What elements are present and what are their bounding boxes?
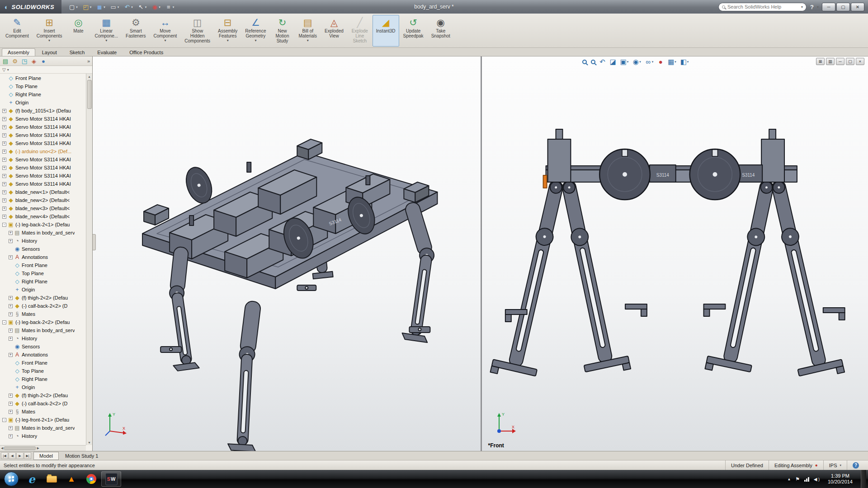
expand-icon[interactable]: + [2,150,6,154]
dropdown-caret-icon[interactable]: ▾ [164,39,166,42]
expand-icon[interactable]: + [2,190,6,194]
tree-item[interactable]: +◆Servo Motor S3114 HKAI [0,115,86,123]
dropdown-caret-icon[interactable]: ▾ [307,39,309,42]
ribbon-button-smart-fasteners[interactable]: ⚙Smart Fasteners [122,15,149,47]
tree-item[interactable]: +AAnnotations [0,351,86,359]
media-player-taskbar-button[interactable]: ▲ [61,471,81,487]
tree-item[interactable]: +▤Mates in body_ard_serv [0,229,86,237]
featuremanager-tab[interactable]: ▤ [2,57,9,65]
expand-icon[interactable]: + [9,296,13,300]
tree-item[interactable]: ◇Right Plane [0,375,86,383]
dropdown-caret-icon[interactable]: ▾ [105,39,107,42]
display-style-button[interactable]: ◉▾ [632,58,641,65]
leg-hooks[interactable] [505,304,844,322]
dropdown-caret-icon[interactable]: ▾ [90,4,92,10]
units-dropdown-icon[interactable]: ▾ [840,464,841,467]
expand-icon[interactable]: + [2,174,6,178]
expand-icon[interactable]: + [2,158,6,162]
zoom-to-area-button[interactable] [591,60,595,64]
isometric-robot-view[interactable]: S3114 [93,56,481,451]
tree-item[interactable]: ◇Right Plane [0,277,86,286]
tree-item[interactable]: -▣(-) leg-back-2<2> (Defau [0,318,86,326]
pane-split-button[interactable]: ▥ [826,58,835,65]
tree-item[interactable]: +◆(f) thigh-2<2> (Defau [0,391,86,399]
front-right-leg-pair[interactable] [705,176,844,382]
tab-sketch[interactable]: Sketch [64,48,91,56]
dropdown-caret-icon[interactable]: ▾ [104,4,105,10]
tab-layout[interactable]: Layout [36,48,63,56]
tree-item[interactable]: +◆blade_new<1> (Default< [0,188,86,196]
hide-show-items-button[interactable]: ∞▾ [645,58,654,65]
prev-tab-button[interactable]: ◀ [9,452,16,459]
expand-icon[interactable]: + [9,410,13,414]
expand-icon[interactable]: + [2,166,6,170]
view-orientation-button[interactable]: ▣▾ [620,58,629,65]
chrome-taskbar-button[interactable] [81,471,101,487]
tree-item[interactable]: ◇Front Plane [0,359,86,367]
tree-item[interactable]: ◇Front Plane [0,74,86,82]
expand-icon[interactable]: + [9,402,13,406]
search-input[interactable] [727,4,799,9]
help-icon[interactable]: ? [810,4,814,10]
scroll-down-icon[interactable]: ▼ [88,440,91,445]
tree-item[interactable]: +◔History [0,334,86,343]
dropdown-caret-icon[interactable]: ▾ [627,58,629,65]
ribbon-button-explode-line-sketch[interactable]: ╱Explode Line Sketch [348,15,372,47]
ribbon-button-new-motion-study[interactable]: ↻New Motion Study [270,15,294,47]
dropdown-caret-icon[interactable]: ▾ [48,39,50,42]
tree-item[interactable]: +◆(f) thigh-2<2> (Defau [0,294,86,302]
tree-item[interactable]: +◆Servo Motor S3114 HKAI [0,123,86,131]
show-hidden-icons-icon[interactable]: ▲ [787,477,791,481]
ribbon-button-take-snapshot[interactable]: ◉Take Snapshot [428,15,454,47]
collapse-icon[interactable]: - [2,223,6,227]
expand-icon[interactable]: + [9,394,13,398]
open-button[interactable]: ◰▾ [81,4,94,10]
tree-item[interactable]: +◆(f) body_1015<1> (Defau [0,107,86,115]
options-button[interactable]: ≡▾ [164,4,176,10]
collapse-icon[interactable]: - [2,320,6,324]
dropdown-caret-icon[interactable]: ▾ [675,58,676,65]
search-dropdown-icon[interactable]: ▾ [801,5,803,9]
maximize-button[interactable]: ▢ [836,3,850,11]
tree-item[interactable]: +◆Servo Motor S3114 HKAI [0,172,86,180]
dropdown-caret-icon[interactable]: ▾ [639,58,641,65]
minimize-view-button[interactable]: ─ [836,58,844,65]
first-tab-button[interactable]: |◀ [1,452,8,459]
expand-icon[interactable]: + [9,426,13,430]
tree-item[interactable]: +◆blade_new<4> (Default< [0,212,86,221]
previous-view-button[interactable]: ↶ [599,58,606,65]
expand-icon[interactable]: + [2,141,6,145]
collapse-icon[interactable]: - [2,418,6,422]
dropdown-caret-icon[interactable]: ▾ [652,58,654,65]
restore-view-button[interactable]: ▢ [846,58,854,65]
foot-brackets[interactable] [160,285,430,352]
tree-item[interactable]: +§Mates [0,310,86,318]
propertymanager-tab[interactable]: ⚙ [12,57,18,65]
tree-item[interactable]: ◇Right Plane [0,90,86,99]
units-selector[interactable]: IPS ▾ [823,460,847,470]
tree-item[interactable]: ◉Sensors [0,245,86,253]
expand-icon[interactable]: + [2,117,6,121]
tree-item[interactable]: +Origin [0,286,86,294]
isometric-view-pane[interactable]: S3114 Y X [93,56,481,451]
scroll-thumb[interactable] [87,80,92,109]
tree-item[interactable]: +◆(-) arduino uno<2> (Def... [0,147,86,155]
close-view-button[interactable]: × [856,58,864,65]
last-tab-button[interactable]: ▶| [24,452,31,459]
expand-icon[interactable]: + [2,125,6,129]
robot-leg-front[interactable] [221,300,274,451]
select-button[interactable]: ↖▾ [136,4,149,10]
tree-item[interactable]: +◆Servo Motor S3114 HKAI [0,131,86,139]
dropdown-caret-icon[interactable]: ▾ [173,4,175,10]
front-view-pane[interactable]: ↶◪▣▾◉▾∞▾●▦▾◧▾ [481,56,868,451]
expand-icon[interactable]: + [9,255,13,259]
tree-item[interactable]: ◇Top Plane [0,82,86,90]
tree-item[interactable]: +◆Servo Motor S3114 HKAI [0,180,86,188]
network-icon[interactable] [804,477,809,482]
tab-office-products[interactable]: Office Products [123,48,169,56]
tree-item[interactable]: +◔History [0,237,86,245]
ribbon-button-show-hidden-components[interactable]: ◫Show Hidden Components [181,15,214,47]
expand-icon[interactable]: + [9,231,13,235]
dropdown-caret-icon[interactable]: ▾ [227,39,229,42]
ribbon-button-bill-of-materials[interactable]: ▤Bill of Materials▾ [295,15,321,47]
